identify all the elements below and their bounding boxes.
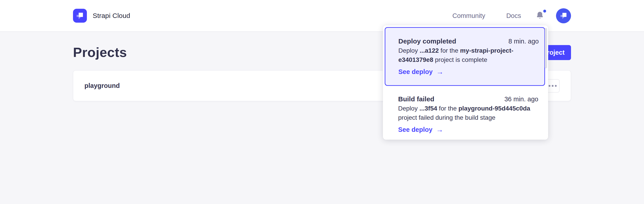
avatar-strapi-glyph: [559, 11, 568, 20]
brand[interactable]: Strapi Cloud: [73, 9, 130, 23]
arrow-right-icon: →: [436, 67, 443, 76]
notification-body: Deploy ...a122 for the my-strapi-project…: [398, 46, 539, 64]
project-name: playground: [84, 82, 120, 89]
unread-dot: [543, 10, 546, 13]
ellipsis-icon: [552, 85, 554, 87]
notification-title: Build failed: [398, 94, 434, 104]
notifications-popover: Deploy completed 8 min. ago Deploy ...a1…: [383, 25, 548, 140]
notification-title: Deploy completed: [398, 37, 456, 46]
notification-header: Build failed 36 min. ago: [398, 94, 538, 104]
notifications-button[interactable]: [536, 11, 544, 21]
notification-header: Deploy completed 8 min. ago: [398, 37, 539, 46]
user-avatar[interactable]: [556, 8, 571, 23]
notification-body: Deploy ...3f54 for the playground-95d445…: [398, 104, 538, 122]
ellipsis-icon: [548, 85, 550, 87]
strapi-glyph: [75, 11, 85, 21]
notification-timestamp: 36 min. ago: [504, 95, 538, 104]
notification-timestamp: 8 min. ago: [508, 37, 539, 46]
arrow-right-icon: →: [436, 125, 443, 134]
header-actions: Community Docs: [452, 8, 571, 23]
see-deploy-link[interactable]: See deploy→: [398, 125, 443, 134]
nav-link-community[interactable]: Community: [452, 12, 485, 20]
strapi-logo-icon: [73, 9, 87, 23]
bell-icon: [536, 11, 544, 21]
notification-item-build-failed[interactable]: Build failed 36 min. ago Deploy ...3f54 …: [385, 88, 545, 134]
brand-name: Strapi Cloud: [93, 12, 130, 20]
notification-item-deploy-completed[interactable]: Deploy completed 8 min. ago Deploy ...a1…: [385, 27, 545, 86]
scrollbar-thumb[interactable]: [545, 28, 547, 68]
see-deploy-link[interactable]: See deploy→: [398, 67, 443, 76]
nav-link-docs[interactable]: Docs: [506, 12, 521, 20]
ellipsis-icon: [555, 85, 557, 87]
